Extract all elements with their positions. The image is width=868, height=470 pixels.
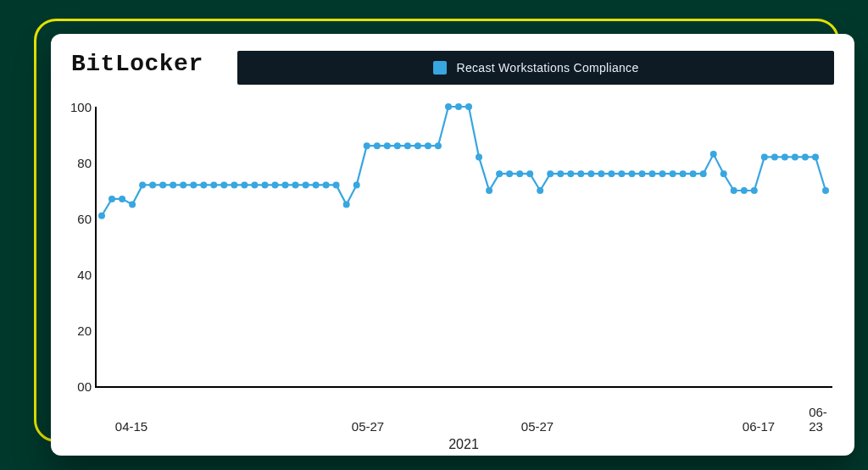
svg-point-12	[220, 181, 227, 188]
svg-point-26	[364, 142, 370, 149]
svg-point-32	[425, 142, 431, 149]
svg-point-10	[200, 181, 207, 188]
svg-point-24	[343, 202, 350, 208]
svg-point-36	[465, 103, 472, 110]
svg-point-40	[506, 170, 513, 177]
svg-point-42	[526, 170, 533, 177]
svg-point-35	[455, 103, 462, 110]
y-tick-label: 20	[61, 323, 92, 338]
svg-point-50	[608, 170, 615, 177]
legend-label: Recast Workstations Compliance	[457, 61, 639, 75]
svg-point-20	[303, 181, 309, 188]
svg-point-14	[241, 181, 248, 188]
svg-point-46	[567, 170, 574, 177]
x-tick-label: 06-23	[809, 405, 827, 434]
svg-point-30	[404, 142, 411, 149]
svg-point-66	[771, 153, 778, 160]
svg-point-57	[680, 170, 687, 177]
svg-point-70	[812, 153, 819, 160]
svg-point-34	[445, 103, 452, 110]
svg-point-27	[374, 142, 381, 149]
svg-point-58	[690, 170, 697, 177]
svg-point-33	[435, 142, 442, 149]
svg-point-8	[180, 181, 186, 188]
svg-point-55	[659, 170, 666, 177]
svg-point-0	[98, 213, 105, 219]
svg-point-25	[353, 181, 360, 188]
x-axis-year-label: 2021	[448, 437, 479, 452]
y-tick-label: 100	[61, 100, 92, 114]
svg-point-16	[262, 181, 269, 188]
x-tick-label: 05-27	[352, 419, 384, 434]
svg-point-44	[547, 170, 554, 177]
svg-point-37	[476, 153, 482, 160]
svg-point-21	[313, 181, 320, 188]
svg-point-41	[516, 170, 523, 177]
svg-point-60	[710, 151, 717, 158]
svg-point-48	[587, 170, 594, 177]
svg-point-22	[323, 181, 330, 188]
svg-point-53	[639, 170, 646, 177]
svg-point-61	[721, 170, 727, 177]
svg-point-69	[802, 153, 809, 160]
svg-point-43	[537, 187, 543, 194]
svg-point-19	[292, 181, 299, 188]
svg-point-62	[731, 187, 737, 194]
svg-point-1	[108, 196, 115, 202]
svg-point-65	[761, 153, 768, 160]
svg-point-7	[170, 181, 176, 188]
svg-point-68	[792, 153, 798, 160]
svg-point-31	[415, 142, 421, 149]
chart-card: BitLocker Recast Workstations Compliance…	[51, 34, 854, 456]
svg-point-13	[231, 181, 237, 188]
svg-point-51	[618, 170, 625, 177]
svg-point-56	[670, 170, 676, 177]
x-tick-label: 05-27	[521, 419, 554, 434]
svg-point-5	[149, 181, 156, 188]
svg-point-64	[751, 187, 758, 194]
line-chart-series	[95, 107, 832, 386]
svg-point-23	[333, 181, 340, 188]
svg-point-45	[557, 170, 564, 177]
y-tick-label: 80	[61, 156, 92, 170]
svg-point-9	[190, 181, 197, 188]
y-tick-label: 00	[61, 379, 92, 394]
chart-plot-area: 100 80 60 40 20 00 04-15 05-27 05-27 06-…	[95, 107, 832, 412]
svg-point-4	[139, 181, 146, 188]
svg-point-17	[272, 181, 279, 188]
svg-point-11	[210, 181, 217, 188]
y-tick-label: 60	[61, 212, 92, 226]
svg-point-39	[496, 170, 503, 177]
x-tick-label: 06-17	[743, 419, 775, 434]
y-tick-label: 40	[61, 268, 92, 282]
svg-point-2	[119, 196, 125, 202]
svg-point-18	[282, 181, 289, 188]
svg-point-52	[629, 170, 636, 177]
svg-point-28	[384, 142, 391, 149]
svg-point-49	[598, 170, 604, 177]
svg-point-29	[394, 142, 401, 149]
page-title: BitLocker	[71, 51, 203, 77]
svg-point-59	[700, 170, 707, 177]
svg-point-67	[782, 153, 788, 160]
svg-point-6	[159, 181, 166, 188]
svg-point-63	[741, 187, 748, 194]
svg-point-54	[649, 170, 656, 177]
x-tick-label: 04-15	[115, 419, 147, 434]
svg-point-3	[129, 202, 136, 208]
legend-swatch-icon	[433, 61, 447, 75]
x-axis	[95, 386, 832, 388]
svg-point-38	[486, 187, 492, 194]
svg-point-15	[251, 181, 258, 188]
chart-legend: Recast Workstations Compliance	[237, 51, 834, 85]
svg-point-71	[822, 187, 829, 194]
svg-point-47	[577, 170, 584, 177]
